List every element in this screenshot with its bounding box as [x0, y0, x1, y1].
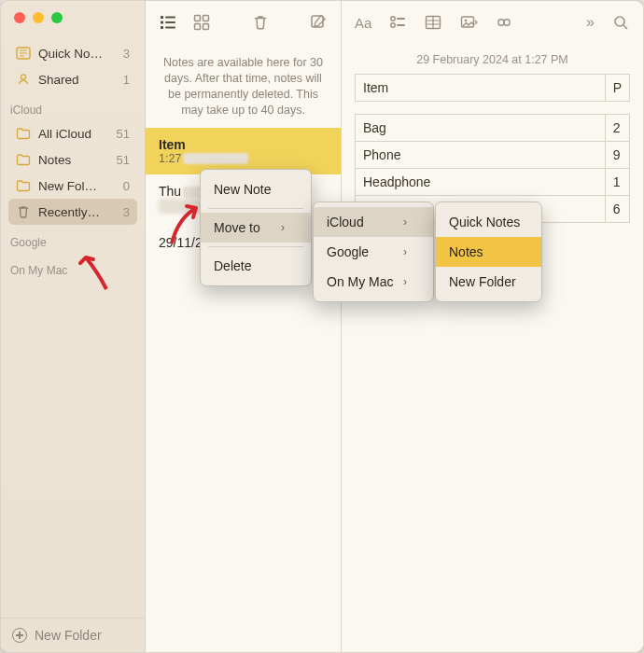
- note-item-selected[interactable]: Item 1:27: [146, 128, 341, 174]
- table-cell[interactable]: Headphone: [356, 169, 606, 196]
- note-subtitle: 1:27: [159, 152, 181, 165]
- quick-notes-icon: [16, 46, 31, 61]
- table-head-cell[interactable]: Item: [356, 75, 606, 102]
- font-style-button[interactable]: Aa: [355, 15, 371, 31]
- sidebar-item-notes[interactable]: Notes 51: [8, 146, 137, 173]
- trash-icon: [16, 204, 31, 219]
- svg-point-22: [615, 17, 624, 26]
- folder-icon: [16, 126, 31, 141]
- sidebar-item-count: 3: [123, 205, 130, 219]
- svg-point-13: [391, 17, 395, 21]
- view-list-button[interactable]: [159, 13, 177, 32]
- submenu-arrow-icon: ›: [403, 215, 407, 229]
- table-cell[interactable]: 2: [605, 115, 629, 142]
- table-cell[interactable]: 1: [605, 169, 629, 196]
- note-list-column: Notes are available here for 30 days. Af…: [146, 1, 342, 652]
- submenu-arrow-icon: ›: [281, 221, 285, 234]
- table-cell[interactable]: 6: [605, 196, 629, 223]
- table-cell[interactable]: Phone: [356, 142, 606, 169]
- sidebar-item-all-icloud[interactable]: All iCloud 51: [8, 120, 137, 146]
- table-cell[interactable]: 9: [605, 142, 629, 169]
- svg-point-19: [465, 20, 468, 22]
- sidebar-item-count: 51: [117, 127, 130, 141]
- link-button[interactable]: [495, 13, 513, 32]
- sidebar-item-label: Quick No…: [38, 47, 103, 61]
- checklist-button[interactable]: [388, 13, 407, 32]
- app-window: Quick No… 3 Shared 1 iCloud All iCloud 5…: [0, 0, 644, 653]
- submenu-arrow-icon: ›: [403, 245, 407, 258]
- zoom-window-button[interactable]: [51, 12, 63, 23]
- svg-rect-16: [397, 24, 405, 26]
- sidebar-item-label: All iCloud: [38, 127, 91, 141]
- svg-rect-2: [161, 16, 163, 19]
- menu-delete[interactable]: Delete: [201, 251, 311, 281]
- svg-point-1: [21, 75, 25, 79]
- editor-toolbar: Aa »: [342, 1, 643, 44]
- redacted-text: [183, 153, 248, 164]
- svg-rect-9: [203, 16, 209, 21]
- deleted-notes-info: Notes are available here for 30 days. Af…: [146, 44, 341, 128]
- media-button[interactable]: [459, 13, 478, 32]
- plus-circle-icon: [12, 628, 27, 643]
- menu-move-to[interactable]: Move to›: [201, 213, 311, 243]
- submenu-quick-notes[interactable]: Quick Notes: [436, 207, 541, 237]
- sidebar-item-count: 51: [117, 153, 130, 167]
- sidebar-item-shared[interactable]: Shared 1: [8, 66, 137, 92]
- svg-rect-5: [165, 17, 175, 19]
- svg-rect-7: [165, 27, 175, 29]
- sidebar-item-label: Recently…: [38, 205, 100, 219]
- window-controls: [1, 1, 145, 40]
- new-folder-button[interactable]: New Folder: [1, 618, 145, 652]
- sidebar-section-icloud-head: iCloud: [1, 92, 145, 120]
- sidebar-item-label: Shared: [38, 73, 79, 87]
- menu-separator: [208, 208, 303, 209]
- submenu-notes[interactable]: Notes: [436, 237, 541, 267]
- sidebar-item-label: New Fol…: [38, 179, 97, 193]
- note-table-wrap: Item P Bag2 Phone9 Headphone1 6: [342, 74, 643, 223]
- svg-rect-10: [195, 24, 201, 30]
- sidebar-item-count: 1: [123, 73, 130, 87]
- delete-note-button[interactable]: [251, 13, 270, 32]
- list-toolbar: [146, 1, 341, 44]
- svg-rect-6: [165, 21, 175, 23]
- sidebar-section-google-head: Google: [1, 225, 145, 253]
- menu-separator: [208, 246, 303, 247]
- context-menu: New Note Move to› Delete: [200, 169, 312, 286]
- sidebar-item-quick-notes[interactable]: Quick No… 3: [8, 40, 137, 66]
- submenu-new-folder[interactable]: New Folder: [436, 267, 541, 297]
- svg-rect-8: [195, 16, 201, 21]
- submenu-folders: Quick Notes Notes New Folder: [435, 201, 542, 302]
- submenu-onmymac[interactable]: On My Mac›: [314, 267, 433, 297]
- sidebar-item-count: 0: [123, 179, 130, 193]
- sidebar-item-recently-deleted[interactable]: Recently… 3: [8, 199, 137, 225]
- compose-button[interactable]: [309, 13, 328, 32]
- sidebar-item-label: Notes: [38, 153, 71, 167]
- submenu-arrow-icon: ›: [403, 275, 407, 288]
- note-table[interactable]: Item P Bag2 Phone9 Headphone1 6: [355, 74, 630, 223]
- svg-point-15: [391, 23, 395, 27]
- note-date: 29 February 2024 at 1:27 PM: [342, 44, 643, 74]
- table-head-cell[interactable]: P: [605, 75, 629, 102]
- sidebar-item-new-folder[interactable]: New Fol… 0: [8, 173, 137, 199]
- minimize-window-button[interactable]: [33, 12, 44, 23]
- menu-new-note[interactable]: New Note: [201, 174, 311, 204]
- shared-icon: [16, 72, 31, 87]
- folder-icon: [16, 152, 31, 167]
- sidebar: Quick No… 3 Shared 1 iCloud All iCloud 5…: [1, 1, 146, 652]
- submenu-google[interactable]: Google›: [314, 237, 433, 267]
- note-editor: Aa » 29 February 2024 at 1:27 PM Item P …: [342, 1, 643, 652]
- submenu-accounts: iCloud› Google› On My Mac›: [313, 201, 434, 302]
- close-window-button[interactable]: [14, 12, 25, 23]
- submenu-icloud[interactable]: iCloud›: [314, 207, 433, 237]
- table-cell[interactable]: Bag: [356, 115, 606, 142]
- search-button[interactable]: [611, 13, 630, 32]
- view-grid-button[interactable]: [192, 13, 211, 32]
- new-folder-label: New Folder: [35, 628, 102, 643]
- note-title: Thu: [159, 184, 181, 199]
- svg-rect-14: [397, 18, 405, 20]
- more-toolbar-button[interactable]: »: [586, 14, 595, 31]
- folder-icon: [16, 178, 31, 193]
- svg-rect-4: [161, 26, 163, 29]
- table-button[interactable]: [424, 13, 442, 32]
- svg-rect-3: [161, 21, 163, 24]
